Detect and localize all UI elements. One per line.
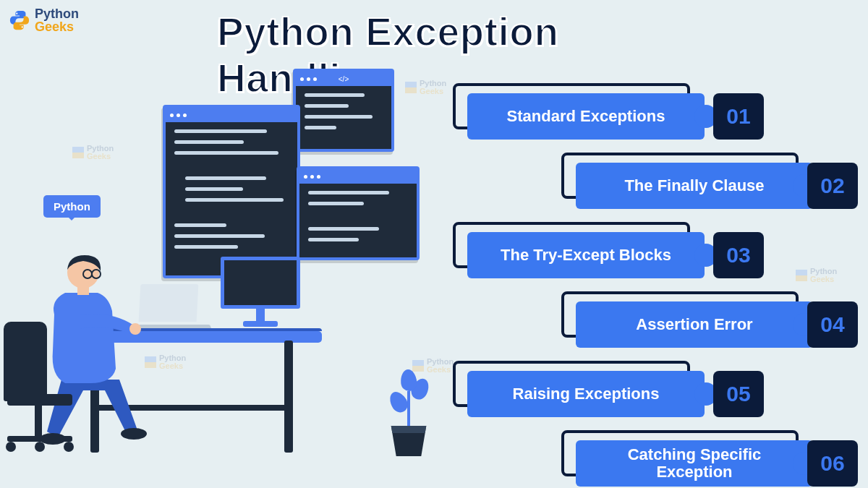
list-item-number: 03 [713, 232, 764, 278]
list-item: The Finally Clause 02 [446, 153, 858, 209]
speech-bubble: Python [43, 195, 101, 218]
list-item: Assertion Error 04 [446, 291, 858, 348]
svg-point-0 [16, 13, 17, 14]
svg-point-14 [129, 323, 141, 335]
list-item-label: Catching Specific Exception [590, 446, 799, 481]
list-item-number: 05 [713, 371, 764, 417]
code-window-icon [163, 105, 300, 278]
list-item-label: Assertion Error [636, 316, 752, 333]
list-item-label: The Try-Except Blocks [501, 247, 671, 264]
list-item-number: 02 [807, 163, 858, 209]
list-item: Standard Exceptions 01 [446, 83, 858, 140]
list-item-number: 04 [807, 301, 858, 348]
list-item: Raising Exceptions 05 [446, 361, 858, 417]
svg-point-13 [121, 428, 147, 440]
list-item: Catching Specific Exception 06 [446, 430, 858, 487]
list-item-label: The Finally Clause [624, 177, 764, 194]
list-item-number: 06 [807, 440, 858, 487]
code-window-icon [297, 166, 420, 260]
topic-list: Standard Exceptions 01 The Finally Claus… [446, 83, 858, 487]
list-item-label: Raising Exceptions [513, 385, 660, 403]
python-icon [9, 9, 30, 31]
list-item-label: Standard Exceptions [507, 108, 665, 125]
svg-point-1 [22, 26, 23, 27]
brand-logo: Python Geeks [9, 7, 79, 33]
list-item-number: 01 [713, 93, 764, 140]
illustration: Python </> [7, 69, 427, 474]
code-window-icon: </> [293, 69, 394, 152]
monitor-icon [221, 257, 300, 340]
plant-icon [376, 362, 441, 456]
chair-icon [0, 322, 87, 474]
list-item: The Try-Except Blocks 03 [446, 222, 858, 278]
brand-name-line1: Python [35, 7, 79, 20]
brand-name-line2: Geeks [35, 20, 79, 33]
